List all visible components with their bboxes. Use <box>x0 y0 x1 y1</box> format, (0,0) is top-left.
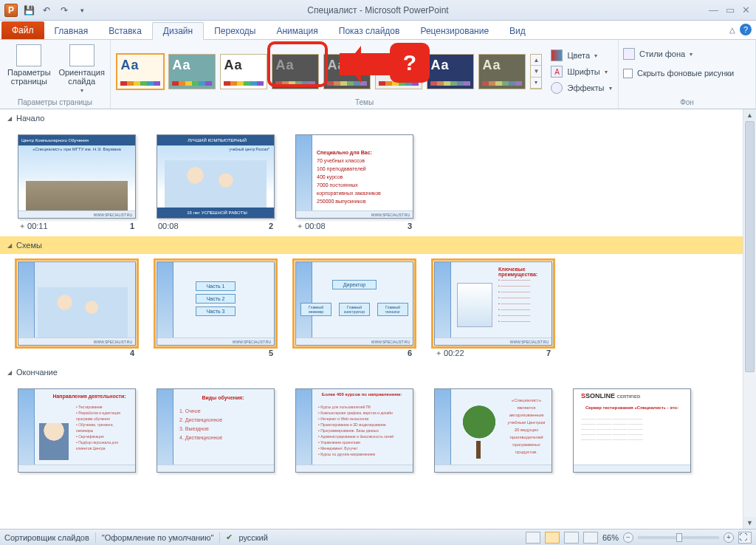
slide-4[interactable]: WWW.SPECIALIST.RU 4 <box>18 261 136 357</box>
slide-8[interactable]: Направления деятельности: • Тестирование… <box>18 388 136 473</box>
qat-undo-icon[interactable]: ↶ <box>38 2 55 18</box>
ribbon: Параметры страницы Ориентация слайда ▾ П… <box>0 40 756 109</box>
colors-icon <box>551 49 563 61</box>
scroll-up-icon[interactable]: ▲ <box>743 109 756 121</box>
status-theme: "Оформление по умолчанию" <box>102 533 214 542</box>
theme-thumb-3[interactable]: Aa <box>220 54 267 89</box>
slide-6[interactable]: Директор Главный инженер Главный констру… <box>295 261 413 357</box>
slide-orientation-button[interactable]: Ориентация слайда ▾ <box>57 43 107 95</box>
file-tab[interactable]: Файл <box>1 21 44 39</box>
view-reading-button[interactable] <box>564 532 579 544</box>
view-slideshow-button[interactable] <box>583 532 598 544</box>
theme-gallery-scroll[interactable]: ▲ ▼ ▾ <box>530 54 542 89</box>
theme-scroll-down-icon[interactable]: ▼ <box>531 66 541 77</box>
help-icon[interactable]: ? <box>740 24 752 35</box>
status-view-mode: Сортировщик слайдов <box>4 533 89 542</box>
tab-transitions[interactable]: Переходы <box>204 23 266 39</box>
page-setup-button[interactable]: Параметры страницы <box>4 43 54 87</box>
qat-redo-icon[interactable]: ↷ <box>56 2 72 18</box>
spellcheck-icon[interactable]: ✔ <box>226 532 233 542</box>
slide-12[interactable]: SSONLINE CERTIFIED Сервер тестирования «… <box>573 388 691 473</box>
close-icon[interactable]: ✕ <box>742 4 750 16</box>
transition-star-icon: ✦ <box>436 349 441 357</box>
group-page-setup: Параметры страницы Ориентация слайда ▾ П… <box>0 40 111 109</box>
group-label-background: Фон <box>623 97 751 109</box>
fonts-icon: A <box>551 66 563 78</box>
view-normal-button[interactable] <box>526 532 540 544</box>
group-background: Стили фона▾ Скрыть фоновые рисунки Фон <box>619 40 756 109</box>
group-label-page-setup: Параметры страницы <box>4 97 106 109</box>
tab-insert[interactable]: Вставка <box>98 23 152 39</box>
orientation-icon <box>69 44 94 66</box>
slide-5[interactable]: Часть 1 Часть 2 Часть 3 WWW.SPECIALIST.R… <box>157 261 275 357</box>
tab-design[interactable]: Дизайн <box>152 22 204 40</box>
slide-2[interactable]: ЛУЧШИЙ КОМПЬЮТЕРНЫЙ учебный центр России… <box>157 134 275 230</box>
slide-7[interactable]: Ключевые преимущества: • ————————• —————… <box>434 261 552 357</box>
tab-view[interactable]: Вид <box>499 23 536 39</box>
slide-10[interactable]: Более 400 курсов по направлениям: • Курс… <box>295 388 413 473</box>
collapse-icon: ◢ <box>7 242 12 249</box>
status-bar: Сортировщик слайдов "Оформление по умолч… <box>0 529 756 545</box>
group-label-themes: Темы <box>115 97 614 109</box>
tab-review[interactable]: Рецензирование <box>410 23 499 39</box>
theme-scroll-up-icon[interactable]: ▲ <box>531 55 541 66</box>
annotation-question-badge: ? <box>390 43 430 83</box>
section-header-start[interactable]: ◢ Начало <box>0 109 756 127</box>
ribbon-tabs: Файл Главная Вставка Дизайн Переходы Ани… <box>0 21 756 40</box>
qat-save-icon[interactable]: 💾 <box>21 2 37 18</box>
section-header-ending[interactable]: ◢ Окончание <box>0 363 756 381</box>
minimize-icon[interactable]: — <box>709 4 718 16</box>
background-styles-button[interactable]: Стили фона▾ <box>623 46 693 62</box>
hide-background-checkbox[interactable]: Скрыть фоновые рисунки <box>623 65 734 81</box>
fit-to-window-button[interactable]: ⛶ <box>738 532 752 544</box>
theme-thumb-8[interactable]: Aa <box>478 54 526 89</box>
view-sorter-button[interactable] <box>545 532 560 544</box>
section-header-schemes[interactable]: ◢ Схемы <box>0 236 756 254</box>
vertical-scrollbar[interactable]: ▲ ▼ <box>743 109 756 529</box>
effects-icon <box>551 82 563 94</box>
theme-effects-button[interactable]: Эффекты▾ <box>551 80 611 96</box>
title-bar: P 💾 ↶ ↷ ▾ Специалист - Microsoft PowerPo… <box>0 0 756 21</box>
slide-9[interactable]: Виды обучения: 1. Очное 2. Дистанционное… <box>157 388 275 473</box>
tab-animation[interactable]: Анимация <box>266 23 328 39</box>
scrollbar-thumb[interactable] <box>745 121 755 372</box>
theme-scroll-more-icon[interactable]: ▾ <box>531 78 541 89</box>
collapse-icon: ◢ <box>7 115 12 122</box>
slide-1[interactable]: Центр Компьютерного Обучения «Специалист… <box>18 134 136 230</box>
theme-thumb-7[interactable]: Aa <box>427 54 474 89</box>
minimize-ribbon-icon[interactable]: △ <box>729 26 735 34</box>
zoom-in-button[interactable]: + <box>724 532 734 543</box>
theme-colors-button[interactable]: Цвета▾ <box>551 47 611 64</box>
status-language[interactable]: русский <box>238 533 267 542</box>
transition-star-icon: ✦ <box>19 222 25 230</box>
scroll-down-icon[interactable]: ▼ <box>743 517 756 529</box>
slide-11[interactable]: «Специалист» является авторизованным уче… <box>434 388 552 473</box>
annotation-arrow <box>340 53 396 75</box>
theme-thumb-2[interactable]: Aa <box>168 54 216 89</box>
window-title: Специалист - Microsoft PowerPoint <box>0 5 756 16</box>
app-icon[interactable]: P <box>3 2 19 18</box>
slide-sorter-pane: ◢ Начало Центр Компьютерного Обучения «С… <box>0 109 756 529</box>
zoom-slider[interactable] <box>638 536 719 539</box>
bg-styles-icon <box>623 48 635 60</box>
checkbox-icon <box>623 69 633 78</box>
theme-thumb-4[interactable]: Aa <box>272 54 319 89</box>
zoom-out-button[interactable]: − <box>623 532 633 543</box>
maximize-icon[interactable]: ▭ <box>726 4 735 16</box>
zoom-percent[interactable]: 66% <box>602 533 619 542</box>
transition-star-icon: ✦ <box>297 222 303 230</box>
page-setup-icon <box>16 44 41 66</box>
theme-thumb-1[interactable]: Aa <box>117 54 164 89</box>
tab-home[interactable]: Главная <box>44 23 99 39</box>
tab-slideshow[interactable]: Показ слайдов <box>329 23 410 39</box>
theme-fonts-button[interactable]: AШрифты▾ <box>551 64 611 80</box>
qat-customize-icon[interactable]: ▾ <box>74 2 90 18</box>
collapse-icon: ◢ <box>7 369 12 376</box>
slide-3[interactable]: Специально для Вас: 70 учебных классов 1… <box>295 134 413 230</box>
